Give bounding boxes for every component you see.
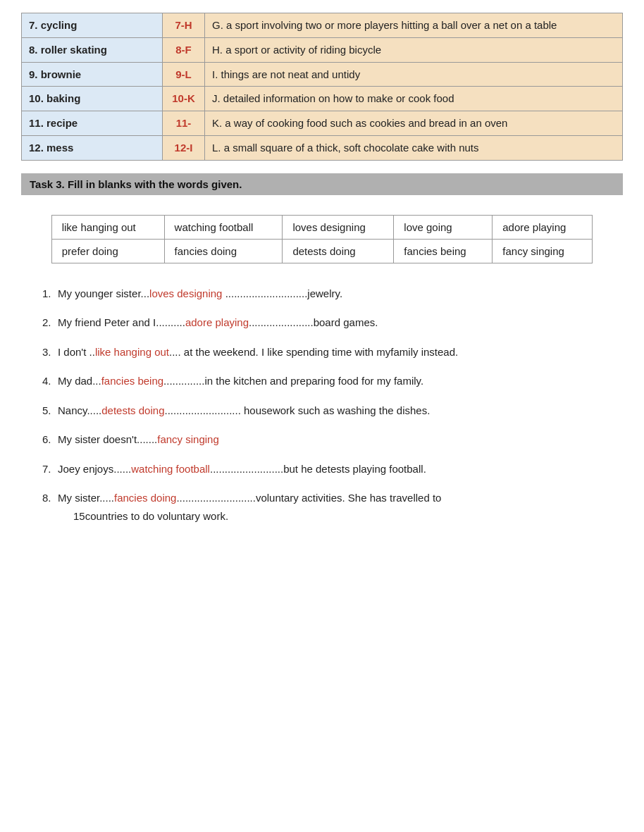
def-cell: L. a small square of a thick, soft choco… bbox=[205, 135, 623, 160]
task3-header: Task 3. Fill in blanks with the words gi… bbox=[21, 173, 623, 195]
wordbank-cell: adore playing bbox=[493, 215, 593, 239]
table-row: 7. cycling 7-H G. a sport involving two … bbox=[22, 13, 623, 38]
key-cell: 8-F bbox=[163, 37, 205, 62]
sentence-after: ......................board games. bbox=[249, 316, 378, 328]
sentence-before: My sister doesn't....... bbox=[58, 433, 157, 445]
wordbank-table: like hanging outwatching footballloves d… bbox=[51, 215, 593, 263]
key-cell: 12-I bbox=[163, 135, 205, 160]
term-cell: 8. roller skating bbox=[22, 37, 163, 62]
def-cell: G. a sport involving two or more players… bbox=[205, 13, 623, 38]
def-cell: I. things are not neat and untidy bbox=[205, 62, 623, 87]
sentence-num: 1. bbox=[42, 285, 58, 303]
term-cell: 7. cycling bbox=[22, 13, 163, 38]
wordbank-cell: fancies doing bbox=[164, 239, 283, 263]
sentence-before: My dad... bbox=[58, 375, 101, 387]
table-row: 10. baking 10-K J. detailed information … bbox=[22, 87, 623, 111]
sentence-answer: fancy singing bbox=[157, 433, 219, 445]
table-row: 11. recipe 11- K. a way of cooking food … bbox=[22, 111, 623, 136]
table-row: 9. brownie 9-L I. things are not neat an… bbox=[22, 62, 623, 87]
sentence-item: 2.My friend Peter and I..........adore p… bbox=[42, 313, 623, 332]
sentence-before: My sister..... bbox=[58, 492, 114, 504]
sentences-list: 1.My younger sister...loves designing ..… bbox=[42, 285, 623, 526]
sentence-answer: watching football bbox=[131, 463, 210, 475]
key-cell: 10-K bbox=[163, 87, 205, 111]
sentence-item: 7.Joey enjoys......watching football....… bbox=[42, 460, 623, 478]
term-cell: 10. baking bbox=[22, 87, 163, 111]
sentence-item: 3.I don't ..like hanging out.... at the … bbox=[42, 343, 623, 361]
sentence-after: .......................... housework suc… bbox=[164, 404, 430, 416]
sentence-num: 8. bbox=[42, 489, 58, 507]
def-cell: H. a sport or activity of riding bicycle bbox=[205, 37, 623, 62]
sentence-answer: fancies doing bbox=[114, 492, 176, 504]
wordbank-row1: like hanging outwatching footballloves d… bbox=[51, 215, 593, 239]
wordbank-cell: watching football bbox=[164, 215, 283, 239]
key-cell: 9-L bbox=[163, 62, 205, 87]
sentence-num: 2. bbox=[42, 313, 58, 332]
key-cell: 11- bbox=[163, 111, 205, 136]
wordbank-cell: detests doing bbox=[283, 239, 394, 263]
sentence-answer: fancies being bbox=[101, 375, 163, 387]
sentence-before: I don't .. bbox=[58, 346, 95, 358]
sentence-num: 7. bbox=[42, 460, 58, 478]
sentence-item: 6.My sister doesn't.......fancy singing bbox=[42, 430, 623, 449]
term-cell: 9. brownie bbox=[22, 62, 163, 87]
wordbank-cell: prefer doing bbox=[51, 239, 164, 263]
sentence-answer: loves designing bbox=[149, 287, 222, 299]
sentence-after: ...........................voluntary act… bbox=[176, 492, 441, 504]
sentence-num: 6. bbox=[42, 430, 58, 449]
wordbank-row2: prefer doingfancies doingdetests doingfa… bbox=[51, 239, 593, 263]
vocab-table: 7. cycling 7-H G. a sport involving two … bbox=[21, 13, 623, 161]
def-cell: K. a way of cooking food such as cookies… bbox=[205, 111, 623, 136]
wordbank-cell: loves designing bbox=[283, 215, 394, 239]
term-cell: 12. mess bbox=[22, 135, 163, 160]
sentence-after: .........................but he detests … bbox=[210, 463, 426, 475]
sentence-answer: like hanging out bbox=[95, 346, 169, 358]
sentence-item: 4.My dad...fancies being..............in… bbox=[42, 372, 623, 390]
sentence-after: ..............in the kitchen and prepari… bbox=[163, 375, 423, 387]
sentence-continuation: 15countries to do voluntary work. bbox=[73, 510, 228, 522]
sentence-before: Joey enjoys...... bbox=[58, 463, 131, 475]
table-row: 12. mess 12-I L. a small square of a thi… bbox=[22, 135, 623, 160]
table-row: 8. roller skating 8-F H. a sport or acti… bbox=[22, 37, 623, 62]
term-cell: 11. recipe bbox=[22, 111, 163, 136]
wordbank-cell: love going bbox=[394, 215, 493, 239]
def-cell: J. detailed information on how to make o… bbox=[205, 87, 623, 111]
key-cell: 7-H bbox=[163, 13, 205, 38]
wordbank-cell: like hanging out bbox=[51, 215, 164, 239]
sentence-item: 1.My younger sister...loves designing ..… bbox=[42, 285, 623, 303]
sentence-after: ............................jewelry. bbox=[222, 287, 342, 299]
sentence-before: My friend Peter and I.......... bbox=[58, 316, 185, 328]
sentence-item: 8.My sister.....fancies doing...........… bbox=[42, 489, 623, 525]
sentence-num: 4. bbox=[42, 372, 58, 390]
sentence-item: 5.Nancy.....detests doing...............… bbox=[42, 402, 623, 420]
sentence-answer: adore playing bbox=[185, 316, 249, 328]
sentence-num: 5. bbox=[42, 402, 58, 420]
sentence-before: Nancy..... bbox=[58, 404, 101, 416]
sentence-answer: detests doing bbox=[101, 404, 164, 416]
sentence-num: 3. bbox=[42, 343, 58, 361]
sentence-after: .... at the weekend. I like spending tim… bbox=[169, 346, 458, 358]
wordbank-cell: fancy singing bbox=[493, 239, 593, 263]
wordbank-cell: fancies being bbox=[394, 239, 493, 263]
sentence-before: My younger sister... bbox=[58, 287, 149, 299]
